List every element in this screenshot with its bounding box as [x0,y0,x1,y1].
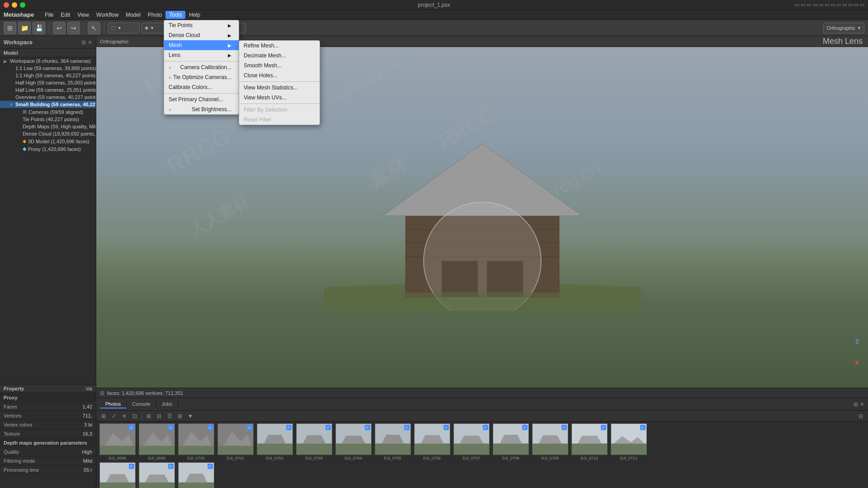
photo-thumb-0711[interactable]: ✓ DJI_0711 [609,423,648,460]
photos-btn-uncheck[interactable]: ✕ [120,412,129,421]
photo-thumb-0699[interactable]: ✓ DJI_0699 [137,423,176,460]
photos-expand-icon[interactable]: ⊞ [854,401,858,408]
photo-thumb-0704[interactable]: ✓ DJI_0704 [334,423,373,460]
sidebar-icon-close[interactable]: ✕ [88,39,92,46]
toolbar-cursor[interactable]: ↖ [88,22,100,34]
photos-scroll-area[interactable]: ✓ DJI_0698 ✓ [96,422,868,488]
photos-btn-1[interactable]: ⊞ [99,412,108,421]
photo-img-0710: ✓ [571,423,608,455]
tree-item-halfhigh[interactable]: Half High (59 cameras, 25,003 points) [0,79,96,86]
tree-item-11high[interactable]: 1:1 High (59 cameras, 40,227 points) [0,72,96,79]
photo-thumb-0702[interactable]: ✓ DJI_0702 [255,423,294,460]
menu-item-set-brightness[interactable]: ○ Set Brightness... [164,104,239,114]
svg-rect-44 [493,444,528,455]
menu-photo[interactable]: Photo [144,11,165,19]
photo-thumb-0698[interactable]: ✓ DJI_0698 [98,423,137,460]
menu-item-densecloud[interactable]: Dense Cloud ▶ [164,30,239,40]
menu-item-tiepoints[interactable]: Tie Points ▶ [164,20,239,30]
photos-btn-check[interactable]: ✓ [109,412,118,421]
photo-thumb-0708[interactable]: ✓ DJI_0708 [491,423,530,460]
photo-thumb-0712[interactable]: ✓ [98,462,137,488]
sidebar-workspace-title: Workspace [4,39,33,46]
menu-item-smooth-mesh[interactable]: Smooth Mesh... [239,61,320,70]
photo-img-0705: ✓ [375,423,411,455]
photo-thumb-0710[interactable]: ✓ DJI_0710 [570,423,609,460]
menu-item-set-primary-channel[interactable]: Set Primary Channel... [164,94,239,104]
toolbar-view-combo[interactable]: ⬚ ▼ [108,23,140,33]
toolbar-ortho[interactable]: Orthographic ▼ [823,23,864,33]
toolbar-undo[interactable]: ↩ [53,22,66,34]
photos-btn-list[interactable]: ☰ [165,412,174,421]
close-button[interactable] [4,2,9,8]
menu-item-view-stats[interactable]: View Mesh Statistics... [239,83,320,93]
cameras-icon: ⊞ [23,109,27,115]
toolbar-new[interactable]: ⊞ [4,22,16,34]
menu-help[interactable]: Help [185,11,204,19]
menu-item-decimate-mesh[interactable]: Decimate Mesh... [239,51,320,61]
photo-img-0708: ✓ [493,423,529,455]
photo-img-0714: ✓ [178,462,214,488]
maximize-button[interactable] [20,2,25,8]
photo-label-0710: DJI_0710 [580,456,598,460]
photo-thumb-0707[interactable]: ✓ DJI_0707 [452,423,491,460]
photos-btn-right-end[interactable]: ⊟ [856,412,865,421]
menu-item-mesh[interactable]: Mesh ▶ Refine Mesh... Decimate Mesh... S… [164,40,239,50]
toolbar-save[interactable]: 💾 [33,22,45,34]
tree-item-3dmodel[interactable]: ◆ 3D Model (1,420,696 faces) [0,137,96,145]
photo-thumb-0703[interactable]: ✓ DJI_0703 [295,423,333,460]
menu-item-lens[interactable]: Lens ▶ [164,50,239,60]
photos-btn-grid[interactable]: ⊞ [175,412,184,421]
menu-item-close-holes[interactable]: Close Holes... [239,70,320,80]
tab-photos[interactable]: Photos [100,400,127,408]
toolbar-redo[interactable]: ↪ [67,22,80,34]
menu-workflow[interactable]: Workflow [93,11,122,19]
menu-item-optimize-cameras[interactable]: ○ Tie Optimize Cameras... [164,72,239,82]
menu-item-calibrate-colors[interactable]: Calibrate Colors... [164,82,239,92]
photo-thumb-0701[interactable]: ✓ DJI_0701 [216,423,255,460]
barn-scene [324,116,641,310]
photo-thumb-0705[interactable]: ✓ DJI_0705 [373,423,412,460]
arrow-placeholder [9,66,14,71]
menu-item-view-uvs[interactable]: View Mesh UVs... [239,93,320,103]
photos-btn-zoom-in[interactable]: ⊞ [144,412,153,421]
photos-close-icon[interactable]: ✕ [860,401,864,408]
photo-thumb-0706[interactable]: ✓ DJI_0706 [413,423,451,460]
minimize-button[interactable] [12,2,17,8]
arrow-placeholder [16,117,21,122]
tree-workspace-root[interactable]: ▶ Workspace (6 chunks, 364 cameras) [0,57,96,65]
photos-btn-zoom-out[interactable]: ⊟ [155,412,164,421]
photo-check-0700: ✓ [208,425,213,430]
menu-tools[interactable]: Tools [165,11,185,19]
sidebar-icon-expand[interactable]: ⊞ [81,39,86,46]
photos-panel-header: Photos Console Jobs ⊞ ✕ [96,398,868,411]
tab-jobs[interactable]: Jobs [156,400,178,408]
tree-item-overview[interactable]: Overview (59 cameras, 40,227 points) [0,94,96,101]
menu-view[interactable]: View [74,11,93,19]
photo-thumb-0709[interactable]: ✓ DJI_0709 [531,423,569,460]
tree-item-small-building[interactable]: ▼ Small Building (59 cameras, 40,227 [0,101,96,108]
prop-faces-label: Faces [4,404,70,409]
menu-file[interactable]: File [41,11,57,19]
tree-item-tiepoints[interactable]: Tie Points (40,227 points) [0,116,96,123]
tree-item-proxy[interactable]: ◆ Proxy (1,420,696 faces) [0,145,96,153]
prop-faces-value: 1,42 [70,404,92,409]
photo-thumb-0713[interactable]: ✓ [137,462,176,488]
menu-item-refine-mesh[interactable]: Refine Mesh... [239,41,320,51]
tree-item-cameras[interactable]: ⊞ Cameras (59/59 aligned) [0,108,96,116]
tree-item-label: 1:1 High (59 cameras, 40,227 points) [15,73,96,78]
toolbar-open[interactable]: 📁 [18,22,31,34]
tree-item-densecloud[interactable]: Dense Cloud (19,929,692 points, H [0,130,96,137]
photos-btn-more[interactable]: ▼ [186,412,195,421]
menu-edit[interactable]: Edit [57,11,74,19]
photo-thumb-0714[interactable]: ✓ [177,462,215,488]
menu-model[interactable]: Model [122,11,144,19]
window-controls[interactable] [4,2,25,8]
tree-item-depthmaps[interactable]: Depth Maps (59, High quality, Mild [0,123,96,130]
photo-thumb-0700[interactable]: ✓ DJI_0700 [177,423,215,460]
menu-item-camera-calibration[interactable]: ○ Camera Calibration... [164,62,239,72]
tab-console[interactable]: Console [127,400,156,408]
tree-item-halflow[interactable]: Half Low (59 cameras, 25,051 points) [0,86,96,94]
photo-img-0709: ✓ [532,423,568,455]
tree-item-11low[interactable]: 1:1 Low (59 cameras, 39,889 points) [0,65,96,72]
photos-btn-filter[interactable]: ⊡ [130,412,139,421]
